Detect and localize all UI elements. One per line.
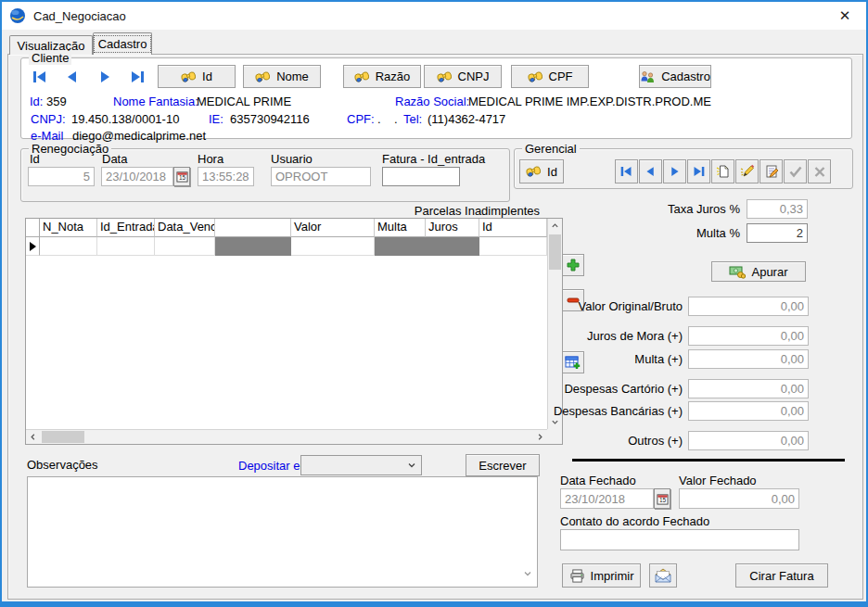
search-nome-button[interactable]: Nome <box>243 65 321 88</box>
observacoes-label: Observações <box>27 458 98 472</box>
id-label: Id: <box>30 95 43 108</box>
tab-cadastro[interactable]: Cadastro <box>93 32 152 55</box>
nav-last-button[interactable] <box>687 159 710 183</box>
gerencial-id-button[interactable]: Id <box>519 159 564 183</box>
data-fechado-label: Data Fechado <box>560 474 636 487</box>
cell-data-venc <box>155 237 215 256</box>
scroll-left-icon[interactable] <box>26 430 40 444</box>
grid-current-row[interactable] <box>26 237 547 256</box>
x-icon <box>813 166 826 178</box>
svg-text:15: 15 <box>658 497 666 503</box>
observacoes-textarea[interactable] <box>27 476 538 588</box>
cell-id <box>479 237 547 256</box>
reneg-usuario-label: Usuario <box>271 152 313 166</box>
last-record-icon <box>692 166 706 177</box>
razao-social-label: Razão Social: <box>395 95 469 108</box>
despesas-bancarias-field <box>688 401 809 421</box>
razao-social-value: MEDICAL PRIME IMP.EXP.DISTR.PROD.ME <box>468 95 711 108</box>
record-navigator-toolbar <box>615 159 831 183</box>
escrever-button[interactable]: Escrever <box>466 454 540 476</box>
first-record-icon <box>619 166 633 177</box>
nav-prior-button[interactable] <box>639 159 662 183</box>
cancel-button <box>808 159 831 183</box>
binoculars-icon <box>526 165 542 178</box>
insert-record-button[interactable] <box>711 159 734 183</box>
col-valor: Valor <box>291 219 375 237</box>
binoculars-icon <box>181 70 197 83</box>
multa-label: Multa (+) <box>498 352 683 366</box>
chevron-down-icon <box>402 461 421 470</box>
memo-scroll-down-icon[interactable] <box>523 569 532 578</box>
valor-fechado-label: Valor Fechado <box>679 474 757 487</box>
cliente-group-label: Cliente <box>29 51 71 65</box>
data-fechado-calendar-button[interactable]: 15 <box>654 488 670 509</box>
cadastro-button[interactable]: Cadastro <box>639 65 711 88</box>
nome-fantasia-label: Nome Fantasia: <box>113 95 198 108</box>
id-value: 359 <box>46 95 67 108</box>
renegociacao-group-label: Renegociação <box>29 142 111 156</box>
col-multa: Multa <box>375 219 426 237</box>
reneg-data-field <box>101 167 173 186</box>
hscroll-thumb[interactable] <box>42 431 84 443</box>
multa-pct-field[interactable] <box>747 223 808 243</box>
cell-juros <box>426 237 479 256</box>
search-id-button[interactable]: Id <box>158 65 236 88</box>
last-record-icon[interactable] <box>128 70 147 83</box>
taxa-juros-field <box>747 199 808 219</box>
cell-blank <box>215 237 291 256</box>
col-blank <box>215 219 291 237</box>
totals-separator <box>572 459 845 462</box>
col-id: Id <box>479 219 547 237</box>
close-button[interactable]: ✕ <box>823 2 866 30</box>
enviar-email-button[interactable] <box>649 563 677 588</box>
money-icon <box>729 265 746 279</box>
tel-value: (11)4362-4717 <box>428 112 505 126</box>
reneg-data-calendar-button[interactable]: 15 <box>173 167 190 186</box>
next-record-icon[interactable] <box>96 70 114 83</box>
prior-record-icon[interactable] <box>63 70 82 83</box>
col-juros: Juros <box>426 219 479 237</box>
email-value: diego@medicalprime.net <box>72 129 206 143</box>
reneg-data-label: Data <box>102 152 127 166</box>
edit-record-button[interactable] <box>735 159 759 183</box>
window-title: Cad_Negociacao <box>33 9 126 23</box>
nome-fantasia-value: MEDICAL PRIME <box>197 95 291 108</box>
cell-multa <box>375 237 426 256</box>
despesas-cartorio-field <box>688 379 809 398</box>
grid-hscrollbar[interactable] <box>26 429 547 444</box>
contato-field[interactable] <box>560 529 799 550</box>
cell-valor <box>291 237 375 256</box>
cirar-fatura-button[interactable]: Cirar Fatura <box>735 563 828 588</box>
ie-value: 635730942116 <box>230 112 310 126</box>
grid-vscrollbar[interactable] <box>547 219 562 429</box>
reneg-fatura-field[interactable] <box>382 167 460 186</box>
search-razao-button[interactable]: Razão <box>343 65 421 88</box>
check-icon <box>788 165 803 178</box>
reneg-usuario-field <box>271 167 371 186</box>
printer-icon <box>569 569 585 583</box>
pencil-icon <box>740 164 755 179</box>
plus-icon <box>566 258 581 272</box>
close-icon: ✕ <box>839 7 851 24</box>
col-id-entrada: Id_Entrada <box>97 219 155 237</box>
post-record-button[interactable] <box>760 159 783 183</box>
apurar-button[interactable]: Apurar <box>711 261 806 282</box>
notes-edit-icon <box>764 164 779 179</box>
reneg-id-field <box>28 167 95 186</box>
imprimir-button[interactable]: Imprimir <box>562 563 641 588</box>
add-parcela-button[interactable] <box>562 254 584 276</box>
depositar-select <box>300 455 422 475</box>
calendar-icon: 15 <box>657 493 669 505</box>
search-cpf-button[interactable]: CPF <box>511 65 589 88</box>
reneg-hora-field <box>198 167 254 186</box>
cnpj-value: 19.450.138/0001-10 <box>71 112 179 126</box>
nav-first-button[interactable] <box>615 159 638 183</box>
search-cnpj-button[interactable]: CNPJ <box>424 65 502 88</box>
first-record-icon[interactable] <box>31 70 49 83</box>
valor-fechado-field <box>679 488 799 509</box>
nav-next-button[interactable] <box>663 159 686 183</box>
binoculars-icon <box>255 70 271 83</box>
email-label: e-Mail <box>31 129 63 143</box>
juros-mora-field <box>688 326 809 346</box>
reneg-fatura-label: Fatura - Id_entrada <box>382 152 485 166</box>
